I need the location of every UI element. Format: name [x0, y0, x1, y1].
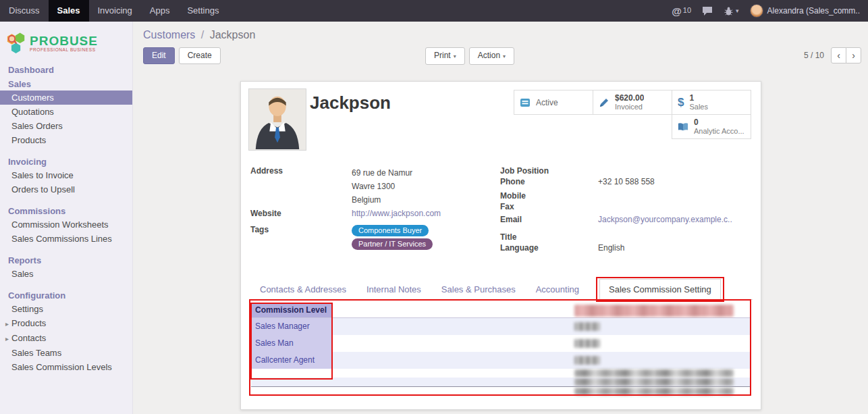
sidebar-item-sales-commissions-lines[interactable]: Sales Commissions Lines: [0, 232, 132, 246]
table-row[interactable]: Callcenter Agent: [251, 352, 750, 369]
left-field-group: Address 69 rue de Namur Wavre 1300 Belgi…: [250, 166, 495, 252]
sidebar-item-customers[interactable]: Customers: [0, 90, 132, 105]
sidebar-item-config-contacts[interactable]: ▸Contacts: [0, 331, 132, 346]
dollar-icon: $: [678, 96, 684, 109]
commission-level-cell[interactable]: Sales Man: [251, 335, 332, 352]
menu-settings[interactable]: Settings: [178, 0, 227, 22]
sidebar-section-dashboard[interactable]: Dashboard: [0, 63, 132, 76]
menu-sales[interactable]: Sales: [49, 0, 89, 22]
analytic-stat-button[interactable]: 0 Analytic Acco...: [672, 114, 751, 139]
portrait-image: [249, 89, 306, 150]
commission-level-cell[interactable]: Sales Manager: [251, 318, 332, 335]
pencil-icon: [599, 97, 609, 108]
redacted-cell: [574, 322, 600, 331]
address-label: Address: [250, 166, 352, 207]
invoiced-value: $620.00: [615, 93, 644, 103]
sidebar-section-invoicing[interactable]: Invoicing: [0, 155, 132, 168]
sales-count-label: Sales: [689, 103, 708, 111]
tab-accounting[interactable]: Accounting: [536, 280, 579, 299]
active-stat-label: Active: [536, 98, 558, 107]
sidebar-section-commissions[interactable]: Commissions: [0, 205, 132, 217]
debug-menu-button[interactable]: ▾: [724, 6, 739, 16]
tab-internal-notes[interactable]: Internal Notes: [367, 280, 421, 299]
email-label: Email: [500, 215, 598, 226]
pager-next-button[interactable]: ›: [846, 47, 861, 63]
app-logo[interactable]: PROBUSE PROFESSIONAL BUSINESS: [0, 22, 132, 61]
action-label: Action: [478, 51, 500, 60]
logo-title: PROBUSE: [30, 35, 98, 47]
language-label: Language: [500, 243, 598, 254]
phone-field: Phone +32 10 588 558: [500, 177, 753, 188]
caret-down-icon: ▾: [503, 53, 506, 59]
print-label: Print: [434, 51, 451, 60]
tab-contacts-addresses[interactable]: Contacts & Addresses: [260, 280, 346, 299]
user-menu[interactable]: Alexandra (Sales_comm..: [750, 4, 860, 18]
messages-button[interactable]: [702, 6, 713, 16]
fax-label: Fax: [500, 202, 598, 213]
mentions-button[interactable]: @ 10: [672, 5, 691, 17]
sidebar-item-sales-to-invoice[interactable]: Sales to Invoice: [0, 168, 132, 182]
language-value: English: [598, 243, 624, 254]
caret-down-icon: ▾: [736, 7, 739, 14]
table-row[interactable]: Sales Man: [251, 335, 750, 352]
action-dropdown[interactable]: Action▾: [469, 47, 514, 65]
book-icon: [678, 122, 688, 132]
sidebar-item-sales-teams[interactable]: Sales Teams: [0, 346, 132, 360]
sidebar-item-quotations[interactable]: Quotations: [0, 105, 132, 119]
menu-apps[interactable]: Apps: [141, 0, 179, 22]
sidebar-item-sales-orders[interactable]: Sales Orders: [0, 119, 132, 133]
logo-subtitle: PROFESSIONAL BUSINESS: [30, 47, 98, 52]
menu-discuss[interactable]: Discuss: [0, 0, 49, 22]
active-stat-button[interactable]: Active: [514, 90, 593, 115]
menu-invoicing[interactable]: Invoicing: [89, 0, 141, 22]
right-field-group: Job Position Phone +32 10 588 558 Mobile…: [500, 166, 753, 254]
customer-photo: [248, 88, 306, 151]
pager-counter: 5 / 10: [804, 51, 824, 60]
sidebar-item-sales-commission-levels[interactable]: Sales Commission Levels: [0, 360, 132, 374]
job-position-field: Job Position: [500, 166, 753, 177]
invoiced-stat-button[interactable]: $620.00 Invoiced: [593, 90, 672, 115]
pager: 5 / 10 ‹ ›: [804, 47, 861, 63]
print-dropdown[interactable]: Print▾: [425, 47, 465, 65]
table-row[interactable]: Sales Manager: [251, 318, 750, 335]
redacted-cell: [574, 369, 734, 377]
mention-count: 10: [683, 6, 691, 14]
sidebar-item-config-products[interactable]: ▸Products: [0, 316, 132, 331]
sidebar-item-reports-sales[interactable]: Sales: [0, 267, 132, 281]
title-label: Title: [500, 232, 598, 243]
redacted-header-cell: [574, 305, 734, 317]
sales-stat-button[interactable]: $ 1 Sales: [672, 90, 751, 115]
tag-components-buyer: Components Buyer: [352, 225, 429, 236]
commission-level-column-header[interactable]: Commission Level: [251, 303, 332, 317]
address-field: Address 69 rue de Namur Wavre 1300 Belgi…: [250, 166, 495, 207]
sidebar-section-configuration[interactable]: Configuration: [0, 289, 132, 302]
invoiced-label: Invoiced: [615, 103, 644, 111]
table-row: [251, 378, 750, 386]
sidebar-item-config-settings[interactable]: Settings: [0, 302, 132, 316]
sidebar-nav: Dashboard Sales Customers Quotations Sal…: [0, 63, 132, 374]
sidebar-section-sales[interactable]: Sales: [0, 78, 132, 90]
bug-icon: [724, 6, 734, 16]
edit-button[interactable]: Edit: [143, 47, 175, 64]
sidebar: PROBUSE PROFESSIONAL BUSINESS Dashboard …: [0, 22, 133, 414]
sidebar-item-commission-worksheets[interactable]: Commission Worksheets: [0, 217, 132, 232]
tags-label: Tags: [250, 225, 352, 252]
website-link[interactable]: http://www.jackpson.com: [352, 209, 441, 218]
breadcrumb-customers-link[interactable]: Customers: [143, 29, 195, 41]
email-link[interactable]: Jackpson@yourcompany.example.c..: [598, 215, 732, 226]
create-button[interactable]: Create: [179, 47, 221, 64]
sidebar-item-orders-to-upsell[interactable]: Orders to Upsell: [0, 182, 132, 197]
mobile-field: Mobile: [500, 191, 753, 202]
commission-level-cell[interactable]: Callcenter Agent: [251, 352, 332, 369]
tab-sales-purchases[interactable]: Sales & Purchases: [441, 280, 516, 299]
active-toggle-icon: [520, 97, 531, 108]
website-field: Website http://www.jackpson.com: [250, 209, 495, 218]
job-position-label: Job Position: [500, 166, 598, 177]
pager-previous-button[interactable]: ‹: [831, 47, 846, 63]
expand-arrow-icon: ▸: [5, 335, 9, 342]
tab-sales-commission-setting[interactable]: Sales Commission Setting: [599, 279, 721, 300]
website-label: Website: [250, 209, 352, 218]
sidebar-item-products[interactable]: Products: [0, 133, 132, 147]
sidebar-section-reports[interactable]: Reports: [0, 254, 132, 267]
control-panel: Edit Create Print▾ Action▾ 5 / 10 ‹ ›: [133, 46, 868, 70]
